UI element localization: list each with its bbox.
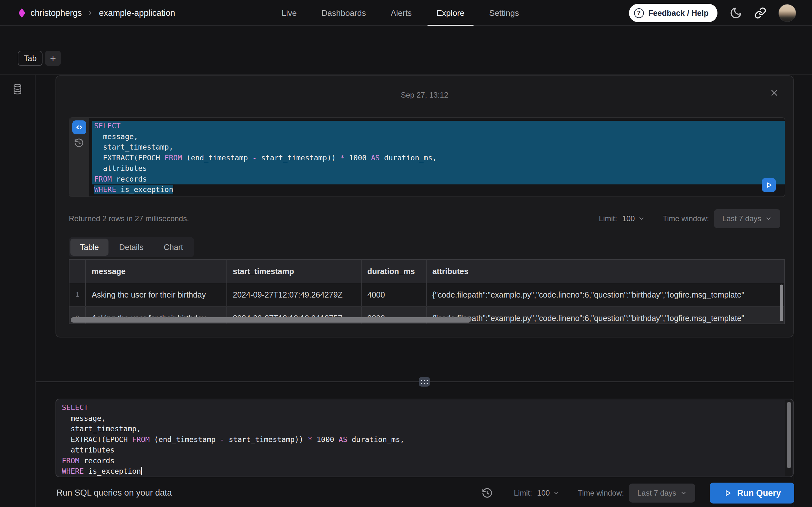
table-cell-attributes: {"code.filepath":"example.py","code.line… xyxy=(426,307,784,324)
breadcrumb: christophergs example-application xyxy=(18,0,175,26)
query-tab[interactable]: Tab xyxy=(18,51,43,66)
sql-line: start_timestamp, xyxy=(92,142,785,153)
sql-snippet-gutter xyxy=(69,118,89,196)
time-window-label: Time window: xyxy=(663,214,709,223)
code-icon-button[interactable] xyxy=(72,120,86,134)
chevron-down-icon xyxy=(680,490,687,497)
table-header-duration_ms: duration_ms xyxy=(362,260,426,283)
result-summary-row: Returned 2 rows in 27 milliseconds. Limi… xyxy=(69,209,780,228)
help-icon: ? xyxy=(634,8,644,18)
run-query-button[interactable]: Run Query xyxy=(710,483,794,504)
database-icon[interactable] xyxy=(12,83,23,507)
close-icon[interactable] xyxy=(769,88,779,98)
breadcrumb-project[interactable]: example-application xyxy=(99,8,175,18)
table-cell-start_timestamp: 2024-09-27T12:07:49.264279Z xyxy=(227,283,362,306)
sql-line: EXTRACT(EPOCH FROM (end_timestamp - star… xyxy=(60,435,793,445)
nav-item-settings[interactable]: Settings xyxy=(489,0,519,26)
panel-divider xyxy=(794,75,794,507)
card-timestamp: Sep 27, 13:12 xyxy=(56,91,793,100)
table-cell-duration_ms: 4000 xyxy=(362,283,426,306)
header-divider xyxy=(0,74,812,75)
run-snippet-play-button[interactable] xyxy=(762,178,776,192)
time-window-label: Time window: xyxy=(577,489,624,498)
table-row[interactable]: 1Asking the user for their birthday2024-… xyxy=(69,283,784,307)
sql-snippet-code[interactable]: SELECT message, start_timestamp, EXTRACT… xyxy=(89,118,785,196)
sql-snippet-block[interactable]: SELECT message, start_timestamp, EXTRACT… xyxy=(69,117,785,197)
play-icon xyxy=(723,489,732,498)
chevron-down-icon xyxy=(765,215,772,222)
time-window-dropdown[interactable]: Last 7 days xyxy=(714,209,780,228)
sql-line: SELECT xyxy=(92,121,785,131)
primary-nav: LiveDashboardsAlertsExploreSettings xyxy=(282,0,519,26)
nav-item-live[interactable]: Live xyxy=(282,0,297,26)
pane-resize-handle[interactable] xyxy=(419,377,430,387)
sql-line: attributes xyxy=(60,445,793,456)
sql-line: message, xyxy=(92,131,785,142)
snippet-history-icon[interactable] xyxy=(74,137,85,148)
share-link-icon[interactable] xyxy=(754,7,766,19)
view-tab-chart[interactable]: Chart xyxy=(154,239,193,256)
left-rail xyxy=(0,75,36,507)
table-header-rownum xyxy=(69,260,86,283)
top-nav: christophergs example-application LiveDa… xyxy=(0,0,812,26)
user-avatar[interactable] xyxy=(778,4,796,22)
add-tab-button[interactable]: + xyxy=(45,51,61,66)
limit-label: Limit: xyxy=(599,214,617,223)
table-header-start_timestamp: start_timestamp xyxy=(227,260,362,283)
sql-line: WHERE is_exception xyxy=(92,184,785,195)
page-title: Run SQL queries on your data xyxy=(56,488,172,498)
sql-line: FROM records xyxy=(60,456,793,466)
table-cell-rownum: 1 xyxy=(69,283,86,306)
feedback-help-button[interactable]: ? Feedback / Help xyxy=(629,4,717,22)
code-brackets-icon xyxy=(75,123,84,132)
sql-line: FROM records xyxy=(92,174,785,185)
result-view-tabs: TableDetailsChart xyxy=(69,237,194,257)
table-header-row: messagestart_timestampduration_msattribu… xyxy=(69,260,784,283)
theme-toggle-moon-icon[interactable] xyxy=(729,7,742,19)
breadcrumb-separator-icon xyxy=(87,9,94,16)
sql-editor[interactable]: SELECT message, start_timestamp, EXTRACT… xyxy=(55,399,794,477)
nav-item-alerts[interactable]: Alerts xyxy=(391,0,412,26)
sql-line: SELECT xyxy=(60,402,793,413)
view-tab-details[interactable]: Details xyxy=(110,239,153,256)
table-header-attributes: attributes xyxy=(426,260,784,283)
sql-line: attributes xyxy=(92,163,785,174)
limit-dropdown[interactable]: 100 xyxy=(537,489,560,498)
vertical-scrollbar[interactable] xyxy=(780,285,783,321)
chevron-down-icon xyxy=(638,215,645,222)
sql-line: message, xyxy=(60,413,793,424)
pane-divider-line xyxy=(36,382,794,382)
play-icon xyxy=(765,181,773,189)
view-tab-table[interactable]: Table xyxy=(70,239,108,256)
results-table: messagestart_timestampduration_msattribu… xyxy=(69,259,785,324)
feedback-help-label: Feedback / Help xyxy=(648,9,709,18)
sql-line: start_timestamp, xyxy=(60,424,793,435)
table-header-message: message xyxy=(86,260,227,283)
logo-diamond-icon[interactable] xyxy=(18,8,26,18)
limit-dropdown[interactable]: 100 xyxy=(622,214,645,223)
limit-label: Limit: xyxy=(514,489,532,498)
sql-line: EXTRACT(EPOCH FROM (end_timestamp - star… xyxy=(92,153,785,164)
footer-query-controls: Limit: 100 Time window: Last 7 days Run … xyxy=(481,482,794,504)
query-result-card: Sep 27, 13:12 SELECT message, start_time… xyxy=(55,75,794,337)
horizontal-scrollbar[interactable] xyxy=(71,317,471,323)
breadcrumb-org[interactable]: christophergs xyxy=(31,8,82,18)
nav-item-explore[interactable]: Explore xyxy=(437,0,464,26)
sql-editor-code[interactable]: SELECT message, start_timestamp, EXTRACT… xyxy=(56,399,793,477)
text-cursor xyxy=(141,467,142,475)
editor-scrollbar-thumb[interactable] xyxy=(787,402,791,468)
nav-item-dashboards[interactable]: Dashboards xyxy=(321,0,366,26)
chevron-down-icon xyxy=(553,490,560,497)
time-window-dropdown[interactable]: Last 7 days xyxy=(629,484,695,503)
table-cell-attributes: {"code.filepath":"example.py","code.line… xyxy=(426,283,784,306)
card-query-controls: Limit: 100 Time window: Last 7 days xyxy=(599,209,780,228)
sql-line: WHERE is_exception xyxy=(60,466,793,477)
table-cell-message: Asking the user for their birthday xyxy=(86,283,227,306)
nav-actions: ? Feedback / Help xyxy=(629,0,796,26)
query-history-icon[interactable] xyxy=(481,487,493,499)
result-summary: Returned 2 rows in 27 milliseconds. xyxy=(69,214,189,223)
